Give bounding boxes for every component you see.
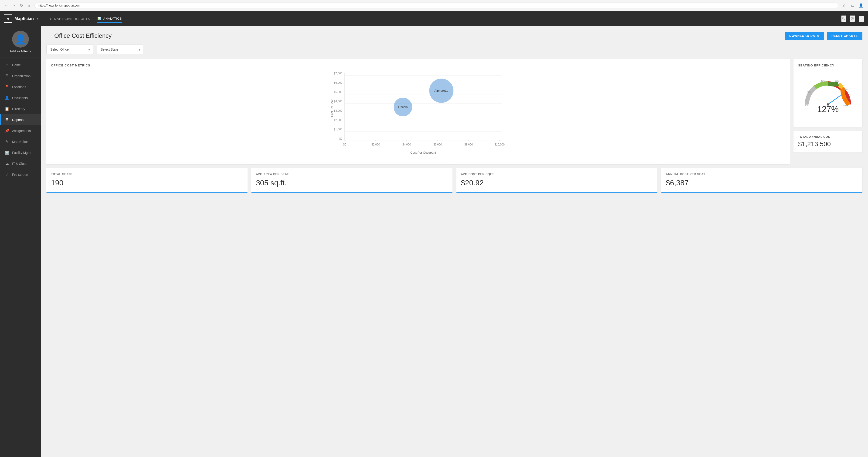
user-name: AshLea Allberry <box>10 50 31 53</box>
header-actions: DOWNLOAD DATA RESET CHARTS <box>785 32 862 40</box>
refresh-icon-button[interactable]: ↻ <box>841 16 846 22</box>
sidebar-item-directory[interactable]: 📋 Directory <box>0 103 41 114</box>
browser-url-text: https://newclient.maptician.com <box>38 4 834 7</box>
sidebar-label-home: Home <box>12 63 21 67</box>
svg-text:$5,000: $5,000 <box>334 90 342 94</box>
svg-text:$0: $0 <box>339 137 343 140</box>
scatter-chart: $0 $1,000 $2,000 $3,000 $4,000 $5,000 $6… <box>51 71 785 160</box>
nav-analytics[interactable]: 📊 ANALYTICS <box>97 15 122 23</box>
back-button[interactable]: ← <box>46 33 52 39</box>
svg-text:$6,000: $6,000 <box>433 143 442 146</box>
sidebar-item-prescreen[interactable]: ✓ Pre-screen <box>0 169 41 180</box>
map-editor-icon: ✎ <box>5 139 9 144</box>
page-title: Office Cost Efficiency <box>54 32 112 39</box>
browser-profile-button[interactable]: 👤 <box>858 2 864 9</box>
sidebar-item-locations[interactable]: 📍 Locations <box>0 81 41 92</box>
sidebar-label-directory: Directory <box>12 107 25 111</box>
home-icon: ⌂ <box>5 63 9 67</box>
browser-bookmark-button[interactable]: ☆ <box>841 2 847 9</box>
right-panel: SEATING EFFICIENCY <box>794 59 862 164</box>
svg-text:$8,000: $8,000 <box>464 143 473 146</box>
top-nav-right: ↻ ⚙ → <box>841 16 864 22</box>
directory-icon: 📋 <box>5 107 9 111</box>
avg-area-label: AVG AREA PER SEAT <box>256 173 448 176</box>
svg-text:$6,000: $6,000 <box>334 81 342 84</box>
occupants-icon: 👤 <box>5 95 9 100</box>
avg-cost-sqft-label: AVG COST PER SQFT <box>461 173 653 176</box>
avg-area-value: 305 sq.ft. <box>256 179 448 187</box>
browser-home-button[interactable]: ⌂ <box>26 3 32 8</box>
sidebar-label-locations: Locations <box>12 85 26 89</box>
svg-text:$2,000: $2,000 <box>371 143 380 146</box>
it-cloud-icon: ☁ <box>5 161 9 166</box>
annual-cost-seat-value: $6,387 <box>666 179 858 187</box>
sidebar-item-map-editor[interactable]: ✎ Map Editor <box>0 136 41 147</box>
settings-icon-button[interactable]: ⚙ <box>850 16 855 22</box>
scatter-svg: $0 $1,000 $2,000 $3,000 $4,000 $5,000 $6… <box>51 71 785 160</box>
sidebar-label-prescreen: Pre-screen <box>12 173 28 176</box>
reports-nav-icon: ✈ <box>50 17 52 21</box>
browser-back-button[interactable]: ← <box>4 3 9 8</box>
browser-cast-button[interactable]: ▭ <box>849 2 856 9</box>
sidebar-item-facility-mgmt[interactable]: 🏢 Facility Mgmt <box>0 147 41 158</box>
stat-card-avg-cost-sqft: AVG COST PER SQFT $20.92 <box>456 168 657 193</box>
browser-chrome: ← → ↻ ⌂ https://newclient.maptician.com … <box>0 0 868 11</box>
seating-efficiency-title: SEATING EFFICIENCY <box>798 64 858 67</box>
svg-text:$3,000: $3,000 <box>334 109 342 112</box>
stat-card-annual-cost-seat: ANNUAL COST PER SEAT $6,387 <box>661 168 862 193</box>
sidebar-label-reports: Reports <box>12 118 24 122</box>
svg-text:$4,000: $4,000 <box>402 143 411 146</box>
annual-cost-value: $1,213,500 <box>798 140 858 148</box>
svg-text:90%: 90% <box>846 97 850 100</box>
reset-charts-button[interactable]: RESET CHARTS <box>827 32 862 40</box>
gauge-container: 0% 40% 60% 80% 90% 100% 20% <box>798 71 858 122</box>
total-seats-label: TOTAL SEATS <box>51 173 243 176</box>
svg-text:$0: $0 <box>343 143 346 146</box>
organization-icon: ☷ <box>5 74 9 78</box>
sidebar-item-reports[interactable]: ☰ Reports <box>0 114 41 125</box>
annual-cost-seat-label: ANNUAL COST PER SEAT <box>666 173 858 176</box>
annual-cost-label: TOTAL ANNUAL COST <box>798 135 858 139</box>
svg-text:$10,000: $10,000 <box>494 143 505 146</box>
browser-forward-button[interactable]: → <box>11 3 17 8</box>
nav-maptician-reports[interactable]: ✈ MAPTICIAN REPORTS <box>50 15 90 23</box>
svg-text:60%: 60% <box>835 80 839 82</box>
facility-mgmt-icon: 🏢 <box>5 150 9 155</box>
select-office[interactable]: Select Office <box>46 45 93 54</box>
office-cost-metrics-card: OFFICE COST METRICS $0 $1,000 $2,000 $3,… <box>46 59 790 164</box>
app-container: M Maptician ‹ ✈ MAPTICIAN REPORTS 📊 ANAL… <box>0 11 868 457</box>
sidebar-label-it-cloud: IT & Cloud <box>12 162 28 166</box>
filters-row: Select Office Select State <box>46 45 862 54</box>
browser-action-buttons: ☆ ▭ 👤 <box>841 2 864 9</box>
top-navigation: M Maptician ‹ ✈ MAPTICIAN REPORTS 📊 ANAL… <box>0 11 868 26</box>
logo-area: M Maptician ‹ <box>4 15 38 23</box>
signout-icon-button[interactable]: → <box>859 16 864 22</box>
logo-icon: M <box>4 15 12 23</box>
svg-line-39 <box>828 95 840 105</box>
reports-icon: ☰ <box>5 117 9 122</box>
sidebar-item-home[interactable]: ⌂ Home <box>0 60 41 70</box>
download-data-button[interactable]: DOWNLOAD DATA <box>785 32 824 40</box>
charts-row: OFFICE COST METRICS $0 $1,000 $2,000 $3,… <box>46 59 862 164</box>
sidebar-item-occupants[interactable]: 👤 Occupants <box>0 92 41 103</box>
analytics-nav-label: ANALYTICS <box>103 17 122 20</box>
svg-text:Alpharetta: Alpharetta <box>434 89 448 92</box>
sidebar-item-organization[interactable]: ☷ Organization <box>0 70 41 81</box>
sidebar-item-assignments[interactable]: 📌 Assignments <box>0 125 41 136</box>
sidebar-label-organization: Organization <box>12 74 31 78</box>
sidebar-label-map-editor: Map Editor <box>12 140 28 144</box>
sidebar-label-facility-mgmt: Facility Mgmt <box>12 151 31 154</box>
total-seats-value: 190 <box>51 179 243 187</box>
user-profile: 👤 AshLea Allberry <box>0 26 41 58</box>
browser-refresh-button[interactable]: ↻ <box>19 3 24 8</box>
svg-text:$7,000: $7,000 <box>334 72 342 75</box>
office-filter-wrapper: Select Office <box>46 45 93 54</box>
sidebar-collapse-button[interactable]: ‹ <box>37 17 38 21</box>
svg-text:0%: 0% <box>805 104 808 106</box>
stat-card-total-seats: TOTAL SEATS 190 <box>46 168 248 193</box>
sidebar: 👤 AshLea Allberry ⌂ Home ☷ Organization … <box>0 26 41 457</box>
browser-url-bar[interactable]: https://newclient.maptician.com <box>34 3 838 8</box>
top-nav-links: ✈ MAPTICIAN REPORTS 📊 ANALYTICS <box>50 15 122 23</box>
select-state[interactable]: Select State <box>97 45 143 54</box>
sidebar-item-it-cloud[interactable]: ☁ IT & Cloud <box>0 158 41 169</box>
